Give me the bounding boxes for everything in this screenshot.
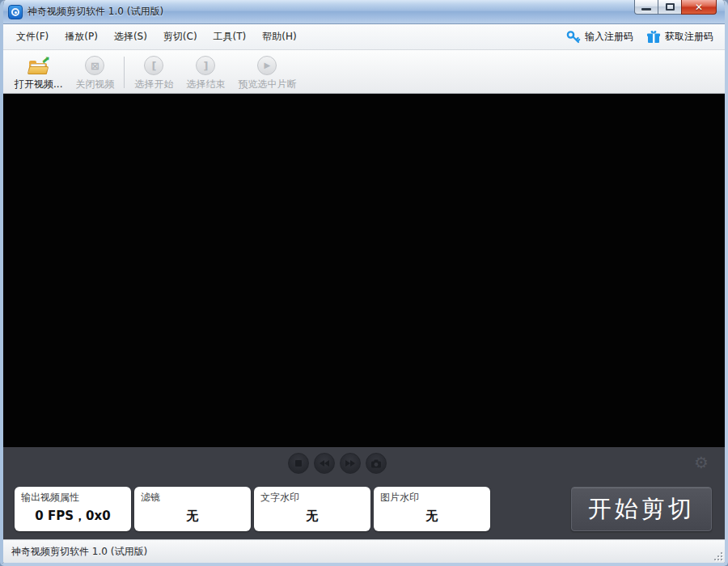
- preview-selection-label: 预览选中片断: [238, 78, 296, 91]
- select-end-label: 选择结束: [186, 78, 225, 91]
- rewind-button[interactable]: [314, 453, 335, 474]
- select-start-icon: [: [144, 55, 163, 76]
- close-video-label: 关闭视频: [75, 78, 114, 91]
- menu-tools[interactable]: 工具(T): [205, 26, 255, 48]
- menu-help[interactable]: 帮助(H): [254, 26, 304, 48]
- get-registration-code-label: 获取注册码: [665, 30, 713, 44]
- output-properties-value: 0 FPS，0x0: [21, 509, 125, 524]
- gift-icon: [646, 30, 661, 44]
- player-buttons: [288, 453, 387, 474]
- close-video-icon: ⊠: [85, 55, 104, 76]
- open-video-button[interactable]: ➦ 打开视频...: [8, 52, 69, 93]
- status-bar: 神奇视频剪切软件 1.0 (试用版): [3, 539, 725, 563]
- video-display-area: [3, 94, 725, 447]
- toolbar-separator: [124, 57, 125, 88]
- menu-cut[interactable]: 剪切(C): [155, 26, 205, 48]
- player-control-bar: ⚙: [3, 447, 725, 479]
- text-watermark-label: 文字水印: [260, 491, 364, 505]
- resize-grip[interactable]: [713, 551, 722, 560]
- select-start-label: 选择开始: [134, 78, 173, 91]
- maximize-button[interactable]: [658, 0, 681, 15]
- bottom-panel-row: 输出视频属性 0 FPS，0x0 滤镜 无 文字水印 无 图片水印 无 开始剪切: [3, 479, 725, 539]
- menu-select[interactable]: 选择(S): [106, 26, 155, 48]
- minimize-button[interactable]: [634, 0, 658, 15]
- menu-file[interactable]: 文件(F): [8, 26, 57, 48]
- image-watermark-value: 无: [380, 509, 484, 524]
- start-cutting-button[interactable]: 开始剪切: [571, 487, 712, 531]
- text-watermark-value: 无: [260, 509, 364, 524]
- status-text: 神奇视频剪切软件 1.0 (试用版): [11, 545, 147, 559]
- output-properties-panel[interactable]: 输出视频属性 0 FPS，0x0: [15, 487, 131, 531]
- close-button[interactable]: ✕: [681, 0, 717, 15]
- output-properties-label: 输出视频属性: [21, 491, 125, 505]
- open-folder-icon: ➦: [28, 55, 49, 76]
- close-video-button[interactable]: ⊠ 关闭视频: [69, 52, 121, 93]
- filter-panel[interactable]: 滤镜 无: [134, 487, 251, 531]
- image-watermark-label: 图片水印: [380, 491, 484, 505]
- key-icon: [566, 30, 581, 44]
- open-video-label: 打开视频...: [15, 78, 62, 91]
- enter-registration-code-label: 输入注册码: [585, 30, 633, 44]
- snapshot-button[interactable]: [366, 453, 387, 474]
- title-bar[interactable]: 神奇视频剪切软件 1.0 (试用版) ✕: [0, 0, 728, 24]
- enter-registration-code-button[interactable]: 输入注册码: [560, 27, 640, 47]
- app-window: 神奇视频剪切软件 1.0 (试用版) ✕ 文件(F) 播放(P) 选择(S) 剪…: [0, 0, 728, 566]
- select-end-button[interactable]: ] 选择结束: [180, 52, 231, 93]
- stop-button[interactable]: [288, 453, 309, 474]
- maximize-icon: [666, 3, 675, 11]
- close-icon: ✕: [695, 2, 703, 12]
- minimize-icon: [641, 8, 651, 11]
- text-watermark-panel[interactable]: 文字水印 无: [254, 487, 370, 531]
- window-title: 神奇视频剪切软件 1.0 (试用版): [28, 5, 163, 19]
- rewind-icon: [319, 459, 330, 467]
- filter-value: 无: [141, 509, 244, 524]
- stop-icon: [294, 459, 303, 467]
- get-registration-code-button[interactable]: 获取注册码: [640, 27, 720, 47]
- fast-forward-icon: [345, 459, 356, 467]
- menu-bar: 文件(F) 播放(P) 选择(S) 剪切(C) 工具(T) 帮助(H) 输入注册…: [3, 24, 725, 50]
- settings-button[interactable]: ⚙: [692, 454, 710, 471]
- filter-label: 滤镜: [141, 491, 244, 505]
- menu-play[interactable]: 播放(P): [57, 26, 106, 48]
- image-watermark-panel[interactable]: 图片水印 无: [374, 487, 490, 531]
- toolbar: ➦ 打开视频... ⊠ 关闭视频 [ 选择开始 ] 选择结束 ▶ 预览选中片断: [3, 50, 725, 94]
- window-controls: ✕: [634, 0, 717, 15]
- fast-forward-button[interactable]: [340, 453, 361, 474]
- camera-icon: [370, 459, 382, 468]
- gear-icon: ⚙: [694, 454, 709, 471]
- preview-selection-button[interactable]: ▶ 预览选中片断: [231, 52, 303, 93]
- select-start-button[interactable]: [ 选择开始: [128, 52, 180, 93]
- select-end-icon: ]: [196, 55, 215, 76]
- app-icon: [8, 5, 23, 19]
- preview-selection-icon: ▶: [257, 55, 277, 76]
